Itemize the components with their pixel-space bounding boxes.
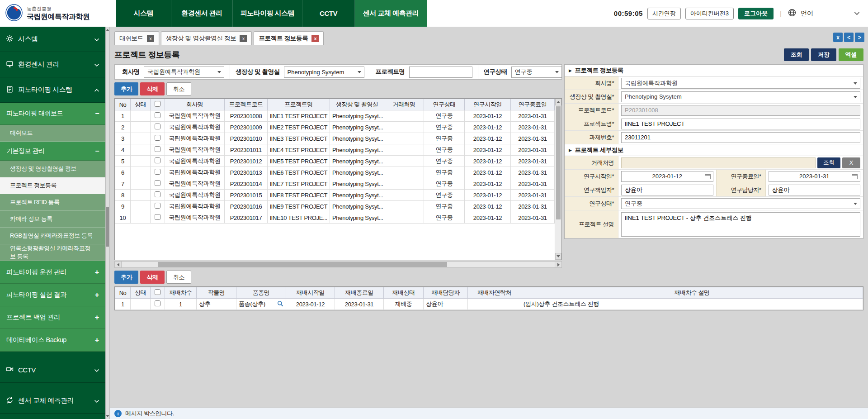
row-checkbox[interactable] [155,135,160,141]
table-row[interactable]: 1 국립원예특작과학원 P202301008 lINE1 TEST PROJEC… [115,110,555,122]
sidebar-item-dashboard[interactable]: 대쉬보드 [0,125,105,142]
calendar-icon[interactable] [705,174,711,179]
sidebar-section-basic-info[interactable]: 기본정보 관리 − [0,142,105,161]
scroll-right-arrow-icon[interactable] [555,262,561,267]
sidebar-item-env-sensor[interactable]: 환경센서 관리 [0,52,105,77]
cancel-button[interactable]: 취소 [166,271,191,284]
calendar-icon[interactable] [852,174,858,179]
close-icon[interactable]: x [147,35,154,42]
user-account-button[interactable]: 아이티컨버전3 [685,8,734,19]
table-row[interactable]: 1 1 상추 품종(상추) 2023-01-12 2023-01-31 재배중 … [115,299,863,310]
scrollbar-thumb[interactable] [106,207,109,247]
sidebar-item-cctv[interactable]: CCTV [0,357,105,383]
client-clear-button[interactable]: X [842,157,860,168]
sidebar-item-sensor-replace[interactable]: 센서 교체 예측관리 [0,388,105,414]
start-date-input[interactable]: 2023-01-12 [621,171,713,182]
sidebar-item-system[interactable]: 시스템 [0,27,105,52]
excel-button[interactable]: 엑셀 [839,48,863,61]
scroll-up-arrow-icon[interactable] [106,28,109,32]
scrollbar-thumb[interactable] [556,106,561,219]
research-manager-input[interactable] [769,185,861,195]
row-checkbox[interactable] [155,203,160,209]
client-input[interactable] [621,157,816,168]
extend-time-button[interactable]: 시간연장 [647,8,681,19]
menu-sensor-replace[interactable]: 센서 교체 예측관리 [355,0,427,27]
table-row[interactable]: 5 국립원예특작과학원 P202301012 lINE5 TEST PROJEC… [115,156,555,167]
sidebar-section-operation[interactable]: 피노타이핑 운전 관리 + [0,261,105,284]
search-magnifier-icon[interactable] [277,300,283,308]
select-all-checkbox[interactable] [155,289,160,295]
save-button[interactable]: 저장 [811,48,836,61]
table-row[interactable]: 3 국립원예특작과학원 P202301010 lINE3 TEST PROJEC… [115,133,555,144]
research-leader-input[interactable] [621,185,713,195]
client-search-button[interactable]: 조회 [817,157,840,168]
row-checkbox[interactable] [155,180,160,186]
table-row[interactable]: 7 국립원예특작과학원 P202301014 lINE7 TEST PROJEC… [115,178,555,190]
language-chevron-down-icon[interactable] [854,10,860,17]
row-checkbox[interactable] [155,300,160,306]
sidebar-section-pheno-dashboard[interactable]: 피노타이핑 대쉬보드 − [0,103,105,125]
end-date-input[interactable]: 2023-01-31 [769,171,861,182]
sidebar-item-camera-info[interactable]: 카메라 정보 등록 [0,211,105,228]
menu-phenotyping[interactable]: 피노타이핑 시스템 [233,0,302,27]
table-row[interactable]: 10 국립원예특작과학원 P202301017 lINE10 TEST PROJ… [115,212,555,224]
chamber-select[interactable]: Phenotyping Sysytem [621,91,860,102]
row-checkbox[interactable] [155,124,160,129]
sidebar-section-experiment-result[interactable]: 피노타이핑 실험 결과 + [0,284,105,306]
sidebar-section-project-backup[interactable]: 프로젝트 백업 관리 + [0,306,105,329]
tab-project-register[interactable]: 프로젝트 정보등록 x [254,31,324,45]
sidebar-item-project-register[interactable]: 프로젝트 정보등록 [0,177,105,194]
sidebar-item-chlorophyll-camera-coord[interactable]: 엽록소형광촬영실 카메라좌표정보 등록 [0,244,105,261]
globe-icon[interactable] [788,9,796,18]
select-all-checkbox[interactable] [155,101,160,107]
project-desc-textarea[interactable]: lINE1 TEST PROJECT - 상추 건조스트레스 진행 [621,212,860,237]
chamber-filter-select[interactable]: Phenotyping Sysytem [284,67,364,78]
sidebar-section-database-backup[interactable]: 데이타베이스 Backup + [0,329,105,352]
menu-env-sensor[interactable]: 환경센서 관리 [171,0,233,27]
tab-dashboard[interactable]: 대쉬보드 x [114,31,159,45]
scrollbar-thumb[interactable] [158,262,447,267]
table-row[interactable]: 9 국립원예특작과학원 P202301016 lINE9 TEST PROJEC… [115,201,555,212]
cancel-button[interactable]: 취소 [166,82,191,95]
row-checkbox[interactable] [155,112,160,118]
search-button[interactable]: 조회 [784,48,809,61]
status-filter-select[interactable]: 연구중 [511,67,562,78]
tab-scroll-right-button[interactable]: > [855,33,864,42]
tab-chamber-info[interactable]: 생장상 및 영상촬영실 정보 x [161,31,252,45]
scroll-down-arrow-icon[interactable] [106,414,109,418]
project-name-input[interactable] [621,119,860,129]
row-checkbox[interactable] [155,191,160,197]
delete-row-button[interactable]: 삭제 [140,271,164,284]
grid-vertical-scrollbar[interactable] [555,99,561,260]
project-name-input[interactable] [409,67,472,78]
sidebar-item-project-rfid[interactable]: 프로젝트 RFID 등록 [0,194,105,211]
task-number-input[interactable] [621,132,860,143]
company-filter-select[interactable]: 국립원예특작과학원 [144,67,224,78]
sidebar-item-phenotyping[interactable]: 피노타이핑 시스템 [0,77,105,103]
row-checkbox[interactable] [155,146,160,152]
row-checkbox[interactable] [155,157,160,163]
close-icon[interactable]: x [311,35,319,42]
sidebar-item-chamber-info[interactable]: 생장상 및 영상촬영실 정보 [0,161,105,177]
delete-row-button[interactable]: 삭제 [140,82,164,95]
research-state-select[interactable]: 연구중 [621,198,860,209]
logout-button[interactable]: 로그아웃 [738,8,774,19]
row-checkbox[interactable] [155,214,160,220]
table-row[interactable]: 2 국립원예특작과학원 P202301009 lINE2 TEST PROJEC… [115,122,555,133]
close-icon[interactable]: x [240,35,247,42]
grid-horizontal-scrollbar[interactable] [114,261,562,268]
company-select[interactable]: 국립원예특작과학원 [621,78,860,89]
content-vertical-scrollbar[interactable] [105,27,110,419]
table-row[interactable]: 4 국립원예특작과학원 P202301011 lINE4 TEST PROJEC… [115,144,555,156]
tab-scroll-left-button[interactable]: < [844,33,854,42]
add-row-button[interactable]: 추가 [114,82,138,95]
table-row[interactable]: 8 국립원예특작과학원 P202301015 lINE8 TEST PROJEC… [115,190,555,201]
language-label[interactable]: 언어 [801,10,813,18]
scroll-up-arrow-icon[interactable] [555,99,561,105]
add-row-button[interactable]: 추가 [114,271,138,284]
scroll-left-arrow-icon[interactable] [115,262,122,267]
scroll-down-arrow-icon[interactable] [555,253,561,260]
close-all-tabs-button[interactable]: x [833,33,843,42]
table-row[interactable]: 6 국립원예특작과학원 P202301013 lINE6 TEST PROJEC… [115,167,555,178]
menu-cctv[interactable]: CCTV [302,0,355,27]
